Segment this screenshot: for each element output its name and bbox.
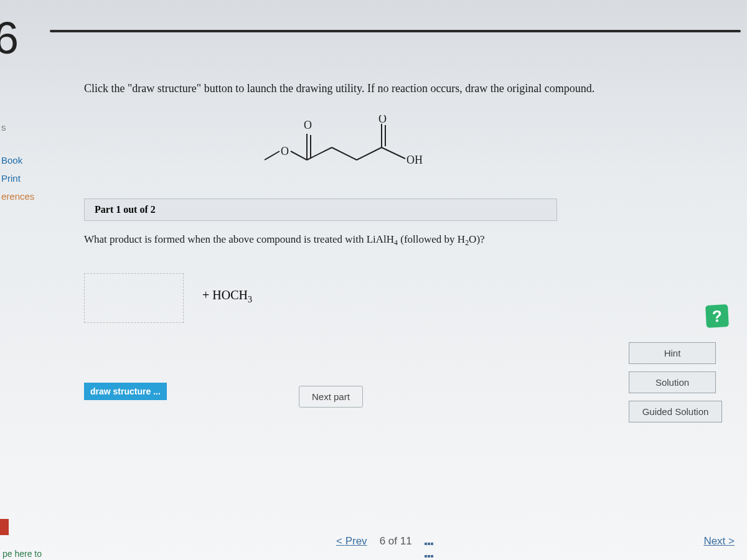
draw-structure-button[interactable]: draw structure ... xyxy=(84,383,167,400)
guided-solution-button[interactable]: Guided Solution xyxy=(629,401,722,422)
svg-line-5 xyxy=(332,147,357,160)
sidebar: s Book Print erences xyxy=(0,118,37,205)
question-text: What product is formed when the above co… xyxy=(84,233,570,248)
sidebar-item-book[interactable]: Book xyxy=(0,151,37,169)
atom-o-carbonyl-1: O xyxy=(304,119,312,131)
svg-line-0 xyxy=(265,151,280,160)
atom-o-carbonyl-2: O xyxy=(378,115,387,125)
sidebar-item-s[interactable]: s xyxy=(0,118,37,136)
grid-icon[interactable] xyxy=(425,536,436,547)
divider xyxy=(50,30,741,32)
solution-button[interactable]: Solution xyxy=(629,371,716,393)
atom-o-ester: O xyxy=(281,145,289,157)
help-icon[interactable]: ? xyxy=(705,304,729,328)
atom-oh: OH xyxy=(406,154,423,166)
prev-link[interactable]: < Prev xyxy=(336,535,367,548)
hint-button[interactable]: Hint xyxy=(629,342,716,364)
taskbar-fragment: pe here to xyxy=(2,549,42,559)
svg-line-6 xyxy=(357,147,382,160)
help-cluster: ? Hint Solution Guided Solution xyxy=(629,317,728,422)
next-part-button[interactable]: Next part xyxy=(299,386,363,408)
sidebar-item-print[interactable]: Print xyxy=(0,169,37,187)
answer-canvas[interactable] xyxy=(84,273,184,323)
question-number: 6 xyxy=(0,12,19,63)
next-link[interactable]: Next > xyxy=(703,535,735,548)
molecule-diagram: O O O OH xyxy=(258,115,433,171)
prompt-text: Click the "draw structure" button to lau… xyxy=(84,81,632,96)
svg-line-9 xyxy=(382,147,405,159)
byproduct-text: + HOCH3 xyxy=(202,288,252,305)
footer-nav: < Prev 6 of 11 Next > xyxy=(336,535,735,548)
red-tab xyxy=(0,519,9,535)
page-count: 6 of 11 xyxy=(380,535,412,548)
svg-line-1 xyxy=(291,151,307,160)
part-indicator: Part 1 out of 2 xyxy=(84,198,557,221)
sidebar-item-references[interactable]: erences xyxy=(0,187,37,205)
